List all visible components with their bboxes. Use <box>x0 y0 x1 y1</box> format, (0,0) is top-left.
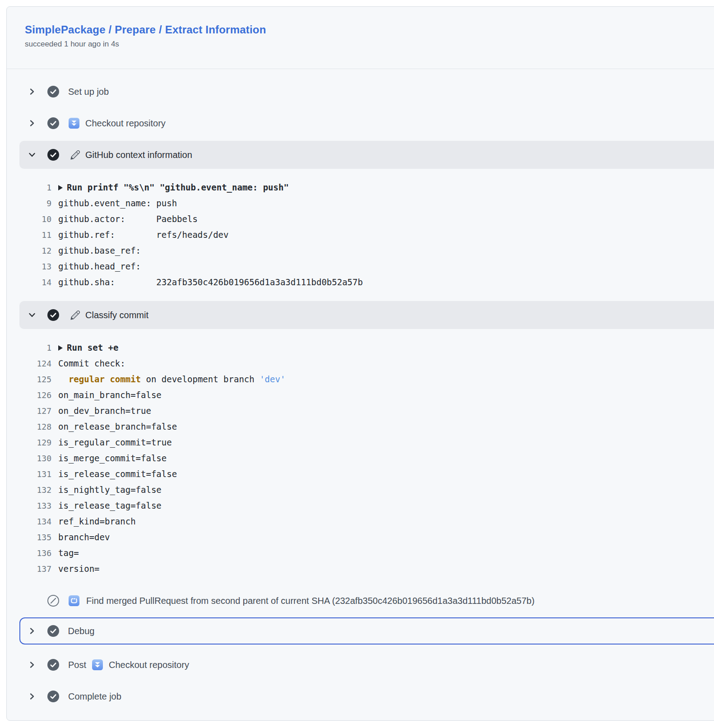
success-check-icon <box>47 117 60 130</box>
success-check-icon <box>47 658 60 671</box>
job-status-summary: succeeded 1 hour ago in 4s <box>25 40 714 49</box>
log-line: 133is_release_tag=false <box>7 498 714 514</box>
expand-group-icon[interactable] <box>58 185 63 190</box>
log-line-number[interactable]: 12 <box>7 243 51 259</box>
step-label: Complete job <box>68 691 121 702</box>
log-line: 137version= <box>7 561 714 577</box>
log-line: 134ref_kind=branch <box>7 514 714 529</box>
log-line-number[interactable]: 136 <box>7 545 51 561</box>
log-line: 135branch=dev <box>7 529 714 545</box>
chevron-right-icon[interactable] <box>28 119 37 128</box>
log-classify-commit: 1Run set +e124Commit check:125 regular c… <box>7 333 714 585</box>
log-line-number[interactable]: 124 <box>7 356 51 371</box>
job-header: SimplePackage / Prepare / Extract Inform… <box>7 7 714 69</box>
success-check-icon <box>47 148 60 161</box>
log-line-text: is_nightly_tag=false <box>58 482 162 498</box>
log-line-number[interactable]: 131 <box>7 466 51 482</box>
step-header-github-context-information[interactable]: GitHub context information <box>19 141 714 169</box>
log-line-number[interactable]: 1 <box>7 180 51 195</box>
chevron-down-icon[interactable] <box>28 311 37 320</box>
log-line: 13github.head_ref: <box>7 259 714 274</box>
log-line-text: github.base_ref: <box>58 243 141 259</box>
log-line-text: Run printf "%s\n" "github.event_name: pu… <box>58 180 289 195</box>
log-line-number[interactable]: 1 <box>7 340 51 356</box>
log-line-text: regular commit on development branch 'de… <box>58 371 285 387</box>
log-line: 128on_release_branch=false <box>7 419 714 435</box>
log-line-number[interactable]: 126 <box>7 387 51 403</box>
log-line-number[interactable]: 133 <box>7 498 51 514</box>
log-line: 1Run set +e <box>7 340 714 356</box>
log-line-text: github.ref: refs/heads/dev <box>58 227 229 243</box>
log-line-number[interactable]: 10 <box>7 211 51 227</box>
pencil-icon <box>70 149 81 161</box>
log-line-text: on_main_branch=false <box>58 387 162 403</box>
log-line-text: is_regular_commit=true <box>58 435 172 450</box>
log-line: 10github.actor: Paebbels <box>7 211 714 227</box>
log-line-text: ref_kind=branch <box>58 514 136 529</box>
log-line: 136tag= <box>7 545 714 561</box>
checkout-action-icon <box>92 659 103 671</box>
success-check-icon <box>47 309 60 321</box>
log-line-number[interactable]: 135 <box>7 529 51 545</box>
job-log-panel: SimplePackage / Prepare / Extract Inform… <box>6 6 714 721</box>
step-label: Checkout repository <box>109 660 189 670</box>
step-label: Set up job <box>68 87 109 97</box>
log-line: 11github.ref: refs/heads/dev <box>7 227 714 243</box>
log-line-number[interactable]: 128 <box>7 419 51 435</box>
log-line-text: on_release_branch=false <box>58 419 177 435</box>
step-header-classify-commit[interactable]: Classify commit <box>19 301 714 329</box>
log-line-number[interactable]: 130 <box>7 450 51 466</box>
checkout-action-icon <box>68 117 80 129</box>
pencil-icon <box>70 310 81 321</box>
log-line: 132is_nightly_tag=false <box>7 482 714 498</box>
log-line-number[interactable]: 11 <box>7 227 51 243</box>
job-title: SimplePackage / Prepare / Extract Inform… <box>25 23 714 37</box>
chevron-right-icon[interactable] <box>28 87 37 96</box>
skipped-icon <box>47 594 60 607</box>
step-row-checkout-repository[interactable]: Checkout repository <box>7 107 714 139</box>
log-line-text: version= <box>58 561 100 577</box>
log-line: 124Commit check: <box>7 356 714 371</box>
log-line: 129is_regular_commit=true <box>7 435 714 450</box>
log-line-number[interactable]: 129 <box>7 435 51 450</box>
log-line-number[interactable]: 13 <box>7 259 51 274</box>
log-line-text: on_dev_branch=true <box>58 403 151 419</box>
log-github-context: 1Run printf "%s\n" "github.event_name: p… <box>7 172 714 299</box>
step-row-find-merged-pullrequest: Find merged PullRequest from second pare… <box>7 585 714 617</box>
log-line-text: github.head_ref: <box>58 259 141 274</box>
step-label: Classify commit <box>85 310 148 320</box>
log-line-text: github.event_name: push <box>58 195 177 211</box>
chevron-right-icon[interactable] <box>28 626 37 635</box>
chevron-right-icon[interactable] <box>28 692 37 701</box>
log-line-number[interactable]: 14 <box>7 274 51 290</box>
log-line: 125 regular commit on development branch… <box>7 371 714 387</box>
step-label-prefix: Post <box>68 660 86 670</box>
log-line: 126on_main_branch=false <box>7 387 714 403</box>
step-row-post-checkout-repository[interactable]: Post Checkout repository <box>7 649 714 681</box>
step-row-set-up-job[interactable]: Set up job <box>7 76 714 107</box>
step-row-complete-job[interactable]: Complete job <box>7 681 714 712</box>
log-line-number[interactable]: 134 <box>7 514 51 529</box>
chevron-right-icon[interactable] <box>28 660 37 669</box>
log-line: 127on_dev_branch=true <box>7 403 714 419</box>
step-label: GitHub context information <box>85 150 192 160</box>
step-row-debug[interactable]: Debug <box>19 617 714 645</box>
log-line-text: branch=dev <box>58 529 110 545</box>
log-line-text: is_merge_commit=false <box>58 450 167 466</box>
log-line-number[interactable]: 127 <box>7 403 51 419</box>
log-line-text: github.actor: Paebbels <box>58 211 198 227</box>
steps-list: Set up job Checkout repository <box>7 69 714 712</box>
log-line-number[interactable]: 9 <box>7 195 51 211</box>
log-line-text: is_release_tag=false <box>58 498 162 514</box>
step-label: Checkout repository <box>85 118 166 129</box>
log-line-number[interactable]: 125 <box>7 371 51 387</box>
log-line: 14github.sha: 232afb350c426b019656d1a3a3… <box>7 274 714 290</box>
success-check-icon <box>47 690 60 703</box>
log-line-text: github.sha: 232afb350c426b019656d1a3a3d1… <box>58 274 363 290</box>
log-line-number[interactable]: 137 <box>7 561 51 577</box>
log-line: 1Run printf "%s\n" "github.event_name: p… <box>7 180 714 195</box>
expand-group-icon[interactable] <box>58 345 63 351</box>
chevron-down-icon[interactable] <box>28 150 37 159</box>
log-line-number[interactable]: 132 <box>7 482 51 498</box>
log-line: 131is_release_commit=false <box>7 466 714 482</box>
